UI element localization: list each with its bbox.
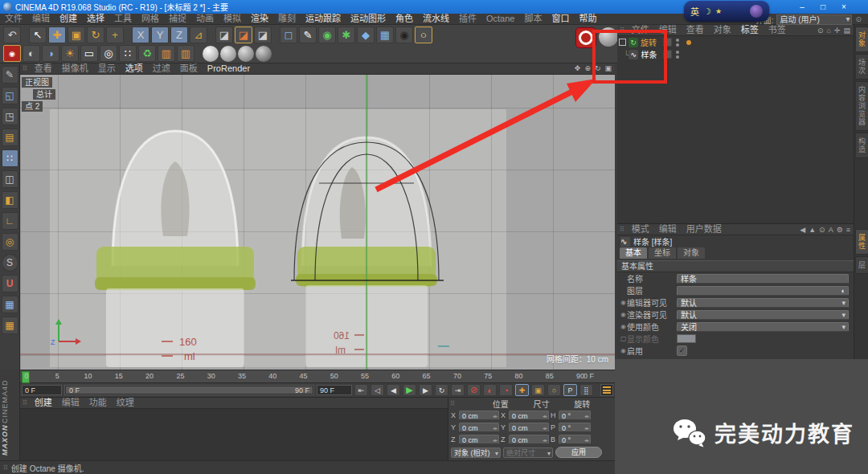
sun-light-button[interactable]: ☀ bbox=[61, 45, 79, 62]
undo-button[interactable]: ↶ bbox=[3, 27, 21, 43]
keyframe-selection-button[interactable]: ◔ bbox=[499, 384, 513, 396]
goto-start-button[interactable]: ⇤ bbox=[354, 384, 368, 396]
zoom-icon[interactable]: ⊕ bbox=[584, 64, 591, 72]
prev-frame-button[interactable]: ◀ bbox=[387, 384, 400, 396]
material-sphere-2[interactable] bbox=[220, 46, 236, 62]
menu-item[interactable]: ProRender bbox=[203, 63, 255, 74]
snap-button[interactable]: S bbox=[2, 254, 18, 272]
spline-pen-button[interactable]: ✎ bbox=[299, 27, 317, 43]
menu-item[interactable]: 标签 bbox=[736, 25, 764, 35]
menu-item[interactable]: 选择 bbox=[82, 14, 109, 24]
menu-item[interactable]: 帮助 bbox=[574, 14, 601, 24]
viewport-front[interactable]: 160 ml 160 ml bbox=[20, 63, 615, 370]
key-parameter-toggle[interactable]: P bbox=[563, 384, 577, 396]
lock-z-button[interactable]: Z bbox=[170, 27, 188, 43]
tab-objects[interactable]: 对象 bbox=[855, 27, 868, 52]
tab-takes[interactable]: 场次 bbox=[855, 54, 868, 80]
material-sphere-1[interactable] bbox=[203, 46, 219, 62]
menu-item[interactable]: 创建 bbox=[30, 398, 57, 408]
render-picture-viewer-button[interactable]: ◪ bbox=[235, 27, 252, 43]
rot-h-input[interactable]: 0 ° bbox=[559, 411, 591, 420]
menu-item[interactable]: 面板 bbox=[175, 63, 203, 74]
menu-item[interactable]: 过滤 bbox=[148, 63, 175, 74]
last-tool-button[interactable]: + bbox=[106, 27, 124, 43]
panel-grip-icon[interactable]: ⠿ bbox=[448, 400, 493, 407]
viewport-solo-button[interactable]: ◎ bbox=[2, 233, 18, 251]
menu-item[interactable]: 角色 bbox=[391, 14, 418, 24]
bitmap-b-button[interactable]: ▥ bbox=[177, 45, 194, 62]
pixel-lamp-button[interactable]: ∷ bbox=[119, 45, 137, 62]
generators-button[interactable]: ◉ bbox=[318, 27, 336, 43]
prev-key-button[interactable]: ◁ bbox=[371, 384, 384, 396]
light-button[interactable]: ○ bbox=[415, 27, 432, 43]
halfsphere-a-button[interactable]: ◐ bbox=[23, 45, 40, 62]
render-region-button[interactable]: ◉ bbox=[3, 45, 21, 62]
section-basic-properties[interactable]: 基本属性 bbox=[617, 260, 854, 272]
visibility-dots[interactable] bbox=[676, 39, 679, 47]
menu-item[interactable]: 显示 bbox=[93, 63, 121, 74]
menu-item[interactable]: 模拟 bbox=[219, 14, 246, 24]
rot-p-input[interactable]: 0 ° bbox=[559, 423, 591, 432]
menu-item[interactable]: 文件 bbox=[0, 14, 27, 24]
lock-icon[interactable]: A bbox=[829, 226, 833, 234]
softbox-button[interactable]: ▭ bbox=[80, 45, 98, 62]
record-button[interactable]: ⊘ bbox=[467, 384, 481, 396]
menu-item[interactable]: 创建 bbox=[55, 14, 82, 24]
size-z-input[interactable]: 0 cm bbox=[509, 435, 549, 444]
material-sphere-3[interactable] bbox=[238, 46, 254, 62]
menu-item[interactable]: 查看 bbox=[30, 63, 57, 74]
rot-b-input[interactable]: 0 ° bbox=[559, 435, 591, 444]
menu-item[interactable]: 选项 bbox=[121, 63, 148, 74]
play-button[interactable]: ▶ bbox=[403, 384, 416, 396]
timeline-film-icon[interactable] bbox=[600, 384, 613, 396]
panel-grip-icon[interactable]: ⠿ bbox=[617, 226, 627, 233]
apply-button[interactable]: 应用 bbox=[555, 447, 602, 458]
visibility-dots[interactable] bbox=[676, 51, 679, 59]
search-icon[interactable]: ⊙ bbox=[817, 27, 824, 35]
workplane-lock-button[interactable]: ▦ bbox=[2, 317, 18, 334]
use-color-select[interactable]: 关闭 bbox=[677, 322, 849, 332]
next-frame-button[interactable]: ▶ bbox=[419, 384, 432, 396]
deformer-button[interactable]: ◆ bbox=[357, 27, 375, 43]
modifiers-button[interactable]: ✱ bbox=[338, 27, 355, 43]
menu-item[interactable]: 网格 bbox=[137, 14, 164, 24]
key-scale-toggle[interactable]: ▣ bbox=[531, 384, 545, 396]
panel-grip-icon[interactable]: ⠿ bbox=[20, 65, 30, 72]
polygons-mode-button[interactable]: ◧ bbox=[2, 191, 18, 209]
end-frame-input[interactable]: 90 F bbox=[317, 385, 352, 395]
ime-lang-label[interactable]: 英 bbox=[690, 5, 699, 18]
texture-mode-button[interactable]: ▤ bbox=[2, 129, 18, 146]
scale-tool[interactable]: ▣ bbox=[68, 27, 85, 43]
render-visibility-select[interactable]: 默认 bbox=[677, 310, 849, 320]
frame-range-slider[interactable]: 0 F 90 F bbox=[64, 385, 314, 395]
magnet-button[interactable]: U bbox=[2, 275, 18, 292]
coord-system-button[interactable]: ⊿ bbox=[190, 27, 207, 43]
maximize-button[interactable]: □ bbox=[813, 2, 833, 11]
panel-grip-icon[interactable]: ⠿ bbox=[20, 399, 30, 407]
goto-end-button[interactable]: ⇥ bbox=[451, 384, 465, 396]
menu-item[interactable]: 工具 bbox=[109, 14, 137, 24]
tab-object[interactable]: 对象 bbox=[678, 247, 705, 259]
recycle-button[interactable]: ♻ bbox=[138, 45, 156, 62]
menu-item[interactable]: 插件 bbox=[454, 14, 481, 24]
menu-item[interactable]: 编辑 bbox=[57, 398, 84, 408]
menu-item[interactable]: 摄像机 bbox=[57, 63, 93, 74]
axis-mode-button[interactable]: ∟ bbox=[2, 212, 18, 230]
points-mode-button[interactable]: ∷ bbox=[2, 149, 18, 167]
lock-x-button[interactable]: X bbox=[132, 27, 149, 43]
pos-y-input[interactable]: 0 cm bbox=[459, 423, 499, 432]
tab-structure[interactable]: 构造 bbox=[855, 133, 868, 158]
tab-content-browser[interactable]: 内容浏览器 bbox=[855, 81, 868, 131]
menu-item[interactable]: 动画 bbox=[191, 14, 219, 24]
pos-x-input[interactable]: 0 cm bbox=[459, 411, 499, 420]
tag-dot-icon[interactable] bbox=[686, 40, 691, 45]
autokey-button[interactable]: ◐ bbox=[483, 384, 497, 396]
menu-item[interactable]: Octane bbox=[481, 14, 519, 24]
make-editable-button[interactable]: ◱ bbox=[2, 87, 18, 104]
menu-item[interactable]: 捕捉 bbox=[164, 14, 191, 24]
menu-item[interactable]: 书签 bbox=[764, 25, 791, 35]
menu-item[interactable]: 窗口 bbox=[547, 14, 574, 24]
find-icon[interactable]: ⊙ bbox=[819, 226, 825, 234]
move-tool[interactable]: ✚ bbox=[48, 27, 66, 43]
tab-coordinates[interactable]: 坐标 bbox=[649, 247, 676, 259]
